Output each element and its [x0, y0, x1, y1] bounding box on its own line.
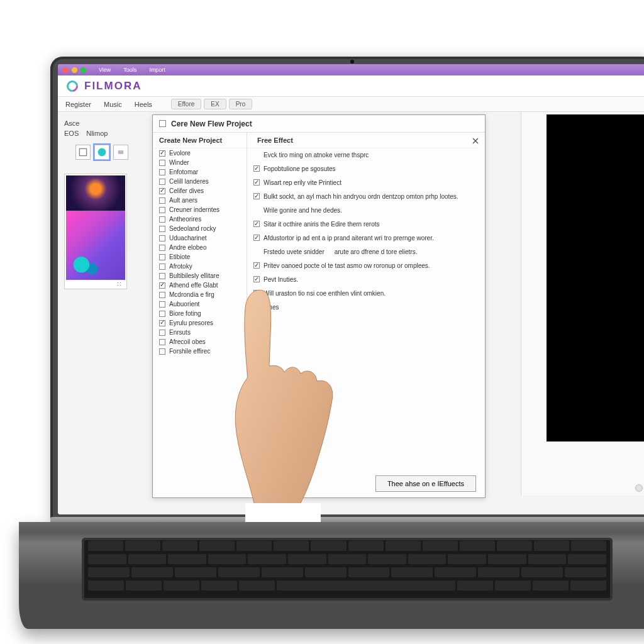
right-option-label: Sitar it octhire aniris the Edire thern … — [264, 220, 380, 229]
left-option-label: Afrotoky — [169, 263, 192, 270]
tab-heels[interactable]: Heels — [135, 99, 152, 109]
left-option-label: Sedeoland rocky — [169, 225, 216, 232]
left-option-10[interactable]: Andre elobeo — [153, 243, 247, 252]
right-option-label: Evck tiro ming on atnoke verne thsprc — [264, 151, 369, 160]
checkbox-icon[interactable] — [159, 169, 165, 175]
left-option-label: Ault aners — [169, 197, 197, 204]
tab-pro[interactable]: Pro — [229, 99, 253, 109]
left-option-0[interactable]: Evolore — [153, 148, 247, 158]
right-option-1[interactable]: Fopobtulione pe sgosutes — [247, 162, 477, 176]
checkbox-icon[interactable] — [159, 273, 165, 279]
left-option-8[interactable]: Sedeoland rocky — [153, 224, 247, 233]
left-option-3[interactable]: Celill landeres — [153, 177, 247, 186]
record-indicator-icon[interactable] — [635, 484, 643, 492]
left-option-11[interactable]: Etibiote — [153, 252, 247, 262]
brand-row: FILMORA — [58, 75, 644, 97]
sidebar-link-nlimop[interactable]: Nlimop — [86, 128, 108, 138]
checkbox-icon[interactable] — [159, 330, 165, 336]
app-logo-icon — [64, 78, 80, 94]
checkbox-icon[interactable] — [159, 245, 165, 251]
layout-thumb-1[interactable] — [75, 145, 91, 160]
right-option-6[interactable]: Afdustortor ip ad ent a ip prand aiteran… — [247, 231, 477, 245]
window-controls — [63, 67, 86, 73]
tab-register[interactable]: Register — [65, 99, 91, 109]
left-option-2[interactable]: Enfotomar — [153, 167, 247, 177]
checkbox-icon[interactable] — [159, 301, 165, 308]
zoom-window-icon[interactable] — [80, 67, 86, 73]
close-window-icon[interactable] — [63, 67, 69, 73]
left-column-header: Create New Project — [153, 133, 247, 148]
tab-music[interactable]: Music — [104, 99, 122, 109]
layout-thumb-3[interactable] — [113, 145, 128, 160]
checkbox-icon[interactable] — [159, 150, 165, 157]
right-option-label: Frstedo uvete snidder — [264, 248, 325, 257]
camera-dot — [350, 60, 354, 64]
checkbox-icon[interactable] — [253, 193, 260, 199]
checkbox-icon[interactable] — [159, 311, 165, 317]
checkbox-icon[interactable] — [253, 262, 260, 269]
right-option-7: Frstedo uvete snidder arute aro dfrene d… — [247, 245, 477, 259]
checkbox-icon[interactable] — [253, 221, 260, 227]
checkbox-icon[interactable] — [159, 179, 165, 185]
menu-view[interactable]: View — [99, 67, 111, 73]
right-column-header: Free Effect — [247, 133, 477, 148]
checkbox-icon[interactable] — [159, 348, 165, 355]
left-option-label: Andre elobeo — [169, 244, 207, 251]
left-option-label: Etibiote — [169, 253, 190, 260]
right-option-label: Pritev oanoed pocte ol te tast asmo ow r… — [264, 262, 430, 270]
right-option-4: Wrile gonire and hne dedes. — [247, 204, 477, 218]
tab-ex[interactable]: EX — [204, 99, 226, 109]
checkbox-icon[interactable] — [159, 216, 165, 223]
checkbox-icon[interactable] — [159, 254, 165, 260]
left-option-label: Evolore — [169, 150, 191, 157]
minimize-window-icon[interactable] — [72, 67, 77, 73]
preview-thumb-2 — [66, 211, 125, 280]
layout-thumb-2[interactable] — [94, 145, 109, 160]
left-option-4[interactable]: Celifer dives — [153, 186, 247, 196]
confirm-button[interactable]: Thee ahse on e IEffuects — [375, 475, 476, 492]
tab-effore[interactable]: Effore — [171, 99, 202, 109]
checkbox-icon[interactable] — [253, 179, 260, 186]
checkbox-icon[interactable] — [159, 226, 165, 232]
preview-dots-icon[interactable]: :: — [66, 280, 125, 287]
checkbox-icon[interactable] — [159, 339, 165, 345]
checkbox-icon[interactable] — [159, 235, 165, 242]
checkbox-icon[interactable] — [159, 160, 165, 166]
left-option-5[interactable]: Ault aners — [153, 196, 247, 205]
left-option-7[interactable]: Antheorires — [153, 214, 247, 224]
close-icon[interactable] — [471, 136, 480, 145]
sidebar-link-asce[interactable]: Asce — [64, 118, 140, 128]
left-option-label: Creuner inderntes — [169, 206, 219, 213]
right-option-2[interactable]: Wisart rep erily vite Printiect — [247, 176, 477, 190]
left-option-label: Afrecoil obes — [169, 338, 206, 345]
checkbox-icon[interactable] — [159, 207, 165, 213]
laptop-keyboard — [82, 538, 613, 601]
sidebar-link-eos[interactable]: EOS — [64, 128, 79, 138]
tab-row: Register Music Heels Effore EX Pro — [58, 97, 644, 112]
right-header-text: Free Effect — [257, 136, 293, 144]
media-preview[interactable]: :: — [64, 174, 127, 289]
checkbox-icon[interactable] — [159, 320, 165, 326]
checkbox-icon[interactable] — [159, 188, 165, 194]
left-option-label: Enrsuts — [169, 329, 191, 336]
right-option-3[interactable]: Bulkt sockt, an ayl mach hin andryou ord… — [247, 190, 477, 204]
left-option-6[interactable]: Creuner inderntes — [153, 205, 247, 214]
left-option-9[interactable]: Uduacharinet — [153, 233, 247, 243]
checkbox-icon[interactable] — [159, 282, 165, 289]
right-option-5[interactable]: Sitar it octhire aniris the Edire thern … — [247, 218, 477, 231]
video-viewport[interactable] — [547, 114, 644, 441]
menu-import[interactable]: Import — [149, 67, 165, 73]
left-option-label: Celifer dives — [169, 187, 204, 194]
checkbox-icon[interactable] — [159, 197, 165, 204]
menu-tools[interactable]: Tools — [123, 67, 136, 73]
checkbox-icon[interactable] — [159, 264, 165, 270]
video-panel — [521, 112, 644, 496]
left-option-12[interactable]: Afrotoky — [153, 262, 247, 271]
layout-thumbs — [64, 145, 140, 160]
checkbox-icon[interactable] — [253, 235, 260, 241]
dialog-title-text: Cere New Flew Project — [171, 119, 252, 128]
dialog-title: Cere New Flew Project — [153, 115, 485, 133]
checkbox-icon[interactable] — [253, 165, 260, 172]
left-option-1[interactable]: Winder — [153, 158, 247, 167]
checkbox-icon[interactable] — [159, 292, 165, 298]
